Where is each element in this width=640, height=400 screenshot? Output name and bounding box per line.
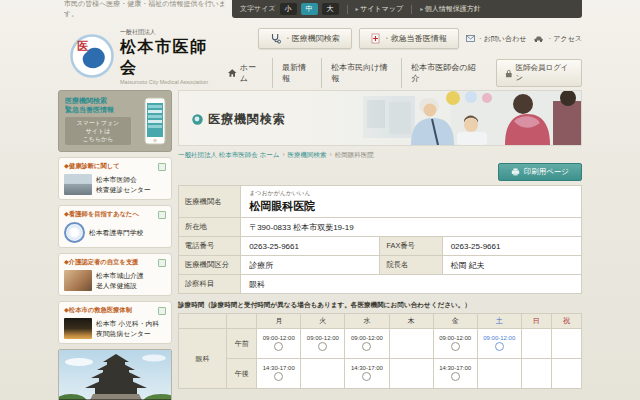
sidebar-link-nursing-school[interactable]: ◆看護師を目指すあなたへ 松本看護専門学校	[58, 205, 172, 248]
slot-0-0: 09:00-12:00	[257, 329, 301, 359]
box-line: 松本看護専門学校	[89, 228, 143, 237]
mail-icon	[466, 35, 475, 42]
member-login-button[interactable]: 医師会員ログイン	[496, 59, 582, 87]
slot-0-5: 09:00-12:00	[477, 329, 521, 359]
org-type: 一般社団法人	[120, 28, 219, 37]
lock-icon	[505, 69, 513, 78]
access-link[interactable]: アクセス	[533, 34, 582, 44]
printer-icon	[511, 168, 520, 176]
schedule-header-row: 月 火 水 木 金 土 日 祝	[179, 314, 582, 329]
org-name: 松本市医師会	[120, 37, 219, 79]
sitemap-link[interactable]: サイトマップ	[356, 4, 404, 14]
external-link-icon	[158, 163, 166, 171]
open-circle-icon	[362, 342, 371, 351]
header-right: 医療機関検索 救急当番医情報 お問い合わ	[219, 18, 582, 88]
divider	[347, 5, 348, 14]
breadcrumb-search-link[interactable]: 医療機関検索	[288, 151, 327, 158]
slot-0-2: 09:00-12:00	[345, 329, 389, 359]
font-size-large-button[interactable]: 大	[322, 3, 339, 15]
slot-1-7	[551, 359, 581, 389]
clinic-category: 診療所	[241, 256, 380, 275]
open-circle-icon	[274, 372, 283, 381]
nav-about[interactable]: 松本市医師会の紹介	[401, 58, 489, 88]
box-line: 検査健診センター	[96, 185, 151, 194]
site-logo[interactable]: 医 一般社団法人 松本市医師会 Matsumoto City Medical A…	[58, 24, 219, 88]
font-size-medium-button[interactable]: 中	[301, 3, 318, 15]
page-title: 医療機関検索	[192, 111, 286, 128]
slot-0-7	[551, 329, 581, 359]
detail-label: 医療機関区分	[179, 256, 241, 275]
breadcrumb-home-link[interactable]: 一般社団法人 松本市医師会 ホーム	[178, 151, 279, 158]
contact-link-label: お問い合わせ	[477, 34, 527, 44]
clinic-fax: 0263-25-9661	[442, 237, 581, 256]
open-circle-icon	[451, 342, 460, 351]
open-circle-icon	[318, 342, 327, 351]
sidebar-link-care-facility[interactable]: ◆介護認定者の自立を支援 松本市城山介護 老人保健施設	[58, 253, 172, 296]
smartphone-site-banner[interactable]: 医療機関検索 緊急当番医情報 スマートフォン サイトは こちらから	[58, 90, 172, 152]
slot-0-4: 09:00-12:00	[433, 329, 477, 359]
slot-0-1: 09:00-12:00	[301, 329, 345, 359]
main-nav: ホーム 最新情報 松本市民向け情報 松本市医師会の紹介	[219, 58, 582, 88]
table-row: 所在地 〒390-0833 松本市双葉19-19	[179, 218, 582, 237]
open-circle-icon	[362, 372, 371, 381]
box-line: 松本市 小児科・内科	[96, 319, 159, 328]
page-title-text: 医療機関検索	[208, 111, 286, 128]
box-line: 夜間急病センター	[96, 329, 159, 338]
first-aid-icon	[371, 33, 380, 44]
breadcrumb-separator	[327, 151, 335, 158]
box-header: ◆松本市の救急医療体制	[64, 306, 132, 315]
smartphone-icon	[144, 97, 166, 145]
sidebar-link-health-check-center[interactable]: ◆健康診断に関して 松本市医師会 検査健診センター	[58, 157, 172, 200]
site-header: 医 一般社団法人 松本市医師会 Matsumoto City Medical A…	[58, 18, 582, 88]
nav-home[interactable]: ホーム	[219, 58, 272, 88]
external-link-icon	[158, 259, 166, 267]
day-header-6: 日	[521, 314, 551, 329]
box-line: 老人保健施設	[96, 281, 144, 290]
day-header-0: 月	[257, 314, 301, 329]
slot-1-6	[521, 359, 551, 389]
clinic-departments: 眼科	[241, 275, 582, 294]
slot-1-5	[477, 359, 521, 389]
nav-citizen-info[interactable]: 松本市民向け情報	[321, 58, 401, 88]
print-page-button[interactable]: 印刷用ページ	[498, 163, 582, 181]
table-row: 診察科目 眼科	[179, 275, 582, 294]
font-size-small-button[interactable]: 小	[280, 3, 297, 15]
privacy-policy-link[interactable]: 個人情報保護方針	[420, 4, 481, 14]
day-header-4: 金	[433, 314, 477, 329]
medical-search-button[interactable]: 医療機関検索	[258, 28, 352, 49]
open-circle-icon	[495, 342, 504, 351]
table-row: 電話番号 0263-25-9661 FAX番号 0263-25-9661	[179, 237, 582, 256]
emergency-duty-button-label: 救急当番医情報	[383, 33, 447, 44]
detail-label: 電話番号	[179, 237, 241, 256]
nav-news[interactable]: 最新情報	[272, 58, 321, 88]
breadcrumb-current: 松岡眼科医院	[335, 151, 374, 158]
day-header-5: 土	[477, 314, 521, 329]
open-circle-icon	[274, 342, 283, 351]
page: 市民の皆様へ医療・健康・福祉の情報提供を行います。 文字サイズ 小 中 大 サイ…	[0, 0, 640, 400]
section-bullet-icon	[192, 114, 203, 125]
box-header: ◆看護師を目指すあなたへ	[64, 210, 139, 219]
sp-banner-sub-1: スマートフォン	[65, 119, 131, 127]
sp-banner-title-1: 医療機関検索	[65, 96, 141, 105]
nav-citizen-info-label: 松本市民向け情報	[331, 62, 392, 84]
doctor-examination-photo	[301, 91, 581, 145]
print-page-button-label: 印刷用ページ	[524, 167, 569, 177]
home-icon	[228, 69, 237, 77]
external-link-icon	[158, 211, 166, 219]
detail-label: 医療機関名	[179, 186, 241, 218]
slot-0-3	[389, 329, 433, 359]
day-header-7: 祝	[551, 314, 581, 329]
table-row: 医療機関区分 診療所 院長名 松岡 紀夫	[179, 256, 582, 275]
box-line: 松本市城山介護	[96, 271, 144, 280]
emergency-duty-button[interactable]: 救急当番医情報	[359, 28, 459, 49]
detail-label: 所在地	[179, 218, 241, 237]
nav-news-label: 最新情報	[282, 62, 312, 84]
day-header-3: 木	[389, 314, 433, 329]
citizen-info-banner[interactable]: ・松本市民向け情報	[58, 349, 172, 400]
main-content: 医療機関検索 一般社団法人 松本市医師会 ホーム医療機関検索松岡眼科医院 印刷用…	[178, 90, 582, 400]
sidebar-link-night-clinic[interactable]: ◆松本市の救急医療体制 松本市 小児科・内科 夜間急病センター	[58, 301, 172, 344]
member-login-label: 医師会員ログイン	[515, 63, 573, 83]
contact-link[interactable]: お問い合わせ	[466, 34, 527, 44]
sp-banner-sub-3: こちらから	[65, 135, 131, 143]
font-size-label: 文字サイズ	[240, 4, 276, 14]
